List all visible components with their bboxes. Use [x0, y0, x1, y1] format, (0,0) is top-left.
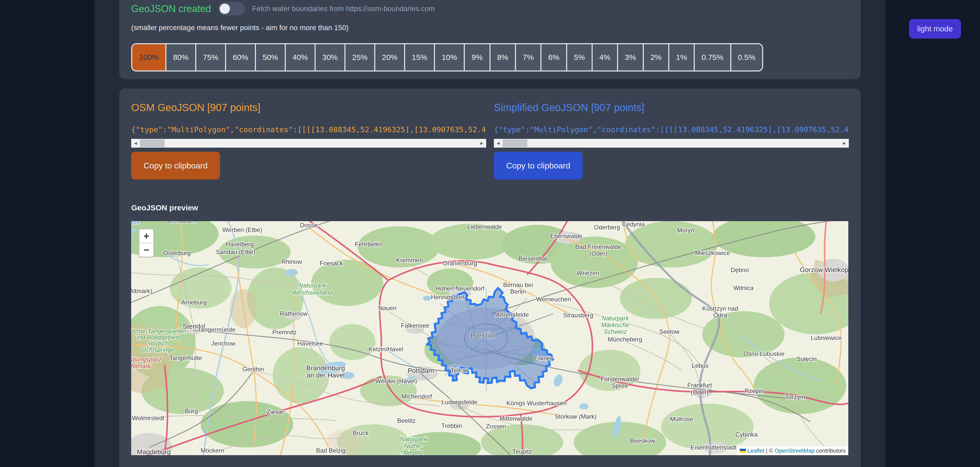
percent-option-100%[interactable]: 100%	[132, 44, 166, 70]
fetch-water-note: Fetch water boundaries from https://osm-…	[252, 5, 435, 13]
map-label: Beelitz	[397, 417, 416, 424]
percent-option-15%[interactable]: 15%	[405, 44, 435, 70]
map-label: Dębno	[731, 267, 749, 273]
map-label: Wolmirstedt	[132, 415, 165, 421]
scroll-left-arrow-icon[interactable]: ◄	[131, 139, 140, 148]
ukraine-flag-icon	[740, 449, 746, 453]
map-label: Arneburg	[181, 299, 207, 306]
map-label: NaturparkMärkischeSchweiz	[601, 315, 629, 335]
map-label: Rhinow	[282, 258, 302, 265]
toggle-knob-icon	[220, 3, 230, 14]
map-label: Eisenhüttenstadt	[690, 444, 737, 451]
map-label: Tangerhütte	[170, 354, 202, 361]
scroll-left-arrow-icon[interactable]: ◄	[494, 139, 503, 148]
scroll-right-arrow-icon[interactable]: ►	[477, 139, 486, 148]
copy-osm-geojson-button[interactable]: Copy to clipboard	[131, 152, 220, 179]
map-label: Lebus	[692, 362, 708, 369]
geojson-created-status: GeoJSON created	[131, 3, 211, 14]
map-label: Nauen	[379, 305, 397, 311]
map-label: Seehausen	[165, 221, 197, 224]
percent-option-75%[interactable]: 75%	[196, 44, 226, 70]
map-label: Sandau (Elbe)	[216, 248, 255, 255]
percent-option-25%[interactable]: 25%	[345, 44, 375, 70]
map-label: Rathenow	[280, 310, 308, 317]
map-label: Potsdam	[408, 367, 434, 375]
percent-option-9%[interactable]: 9%	[465, 44, 490, 70]
map-label: Torzym	[785, 394, 805, 400]
osm-geojson-title: OSM GeoJSON [907 points]	[131, 102, 486, 113]
geojson-preview-label: GeoJSON preview	[131, 203, 849, 213]
attribution-separator: |	[766, 448, 768, 454]
map-label: Falkensee	[401, 322, 430, 329]
geojson-card: OSM GeoJSON [907 points] {"type":"MultiP…	[119, 89, 861, 467]
scrollbar-thumb[interactable]	[503, 140, 527, 147]
map-label: Wriezen	[577, 270, 599, 276]
percentage-hint: (smaller percentage means fewer points -…	[131, 23, 849, 33]
percent-option-20%[interactable]: 20%	[375, 44, 405, 70]
copyright-symbol: ©	[769, 448, 773, 454]
percent-option-5%[interactable]: 5%	[567, 44, 593, 70]
map-label: Dosse	[300, 222, 317, 229]
percent-option-8%[interactable]: 8%	[490, 44, 516, 70]
percent-option-10%[interactable]: 10%	[435, 44, 465, 70]
percent-option-0.75%[interactable]: 0.75%	[695, 44, 731, 70]
map-label: Gorzów Wielkopolski	[800, 266, 848, 273]
zoom-out-button[interactable]: −	[139, 243, 153, 257]
map-label: Frankfurt(Oder)	[687, 381, 712, 396]
osm-json-scrollbar[interactable]: ◄ ►	[131, 139, 486, 148]
percent-option-0.5%[interactable]: 0.5%	[731, 44, 762, 70]
percent-option-30%[interactable]: 30%	[316, 44, 345, 70]
map-label: Tangermünde	[198, 326, 235, 333]
map-label: Rzepin	[745, 387, 764, 394]
map-label: Trebbin	[441, 422, 462, 429]
percent-option-6%[interactable]: 6%	[541, 44, 567, 70]
percent-option-80%[interactable]: 80%	[166, 44, 196, 70]
map-label: Liebenwalde	[468, 223, 502, 230]
map-label: Brandenburgan der Havel	[306, 364, 345, 379]
zoom-in-button[interactable]: +	[139, 229, 153, 243]
osm-geojson-column: OSM GeoJSON [907 points] {"type":"MultiP…	[131, 102, 486, 179]
map-label: Witnica	[733, 284, 754, 291]
map-label: Havelberg	[226, 241, 254, 248]
copy-simplified-geojson-button[interactable]: Copy to clipboard	[494, 152, 582, 179]
water-boundaries-toggle[interactable]	[218, 2, 245, 16]
map-label: Premnitz	[272, 329, 297, 335]
percent-option-7%[interactable]: 7%	[516, 44, 541, 70]
percent-option-2%[interactable]: 2%	[644, 44, 669, 70]
percent-option-3%[interactable]: 3%	[618, 44, 644, 70]
contributors-label: contributors	[816, 448, 846, 454]
map-label: Ahrensfelde	[496, 311, 529, 318]
scroll-right-arrow-icon[interactable]: ►	[840, 139, 849, 148]
map-label: Möckern	[200, 447, 224, 454]
map-label: Lubniewice	[811, 334, 842, 341]
map-label: Hohen Neuendorf	[436, 285, 484, 292]
map-label: Hennigsdorf	[431, 294, 464, 300]
map-label: Havelsee	[298, 340, 323, 347]
percent-option-60%[interactable]: 60%	[226, 44, 256, 70]
map-label: Cybinka	[735, 431, 758, 438]
percent-option-1%[interactable]: 1%	[669, 44, 695, 70]
scrollbar-thumb[interactable]	[140, 140, 165, 147]
percent-option-4%[interactable]: 4%	[593, 44, 618, 70]
map-label: Fehrbellin	[355, 241, 382, 248]
percent-option-50%[interactable]: 50%	[256, 44, 286, 70]
map-label: Brück	[353, 429, 369, 437]
map-canvas: SeehausenseeDosseWerben (Elbe)HavelbergS…	[131, 221, 848, 455]
content-wrapper: GeoJSON created Fetch water boundaries f…	[95, 0, 885, 467]
map-label: Bad Belzig	[316, 447, 346, 454]
simplified-geojson-text: {"type":"MultiPolygon","coordinates":[[[…	[494, 125, 849, 134]
light-mode-button[interactable]: light mode	[909, 19, 961, 38]
map-label: Osterburg	[163, 249, 191, 256]
leaflet-map[interactable]: SeehausenseeDosseWerben (Elbe)HavelbergS…	[131, 221, 848, 455]
percent-option-40%[interactable]: 40%	[286, 44, 316, 70]
map-label: Werder (Havel)	[375, 378, 417, 384]
map-label: Ludwigsfelde	[441, 399, 477, 405]
map-label: Michendorf	[401, 393, 432, 400]
map-label: Magdeburg	[137, 448, 171, 455]
map-label: Seelow	[659, 328, 679, 335]
leaflet-link[interactable]: Leaflet	[748, 448, 764, 454]
simplified-json-scrollbar[interactable]: ◄ ►	[494, 139, 849, 148]
map-label: see	[131, 221, 140, 225]
openstreetmap-link[interactable]: OpenStreetMap	[775, 448, 815, 454]
map-label: Friesack	[320, 260, 344, 267]
